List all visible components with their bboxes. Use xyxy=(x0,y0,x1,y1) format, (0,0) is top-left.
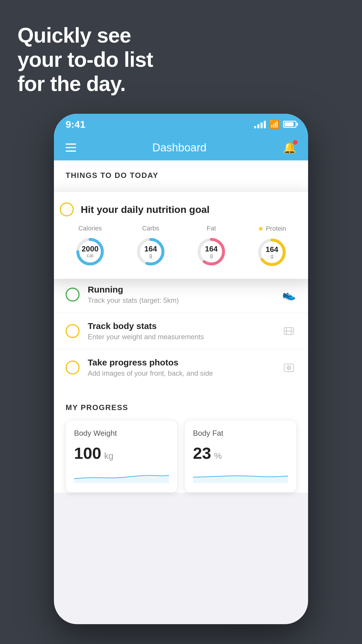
protein-value: 164 xyxy=(266,246,278,253)
protein-donut: 164 g xyxy=(256,236,288,268)
status-time: 9:41 xyxy=(66,119,85,130)
star-icon: ★ xyxy=(258,225,264,233)
progress-section: MY PROGRESS Body Weight 100 kg B xyxy=(54,403,308,493)
body-stats-content: Track body stats Enter your weight and m… xyxy=(88,321,273,341)
fat-value: 164 xyxy=(205,245,217,253)
body-stats-icon xyxy=(281,323,296,339)
svg-rect-12 xyxy=(284,364,294,372)
signal-icon xyxy=(254,120,266,128)
photos-title: Take progress photos xyxy=(88,358,273,368)
calories-label: Calories xyxy=(78,225,102,232)
macro-protein: ★Protein 164 g xyxy=(256,225,288,268)
macro-carbs: Carbs 164 g xyxy=(135,225,167,268)
body-fat-value-row: 23 % xyxy=(193,444,288,463)
running-circle xyxy=(66,288,80,302)
carbs-unit: g xyxy=(144,253,157,259)
carbs-donut: 164 g xyxy=(135,236,167,268)
body-fat-title: Body Fat xyxy=(193,429,288,438)
hero-line3: for the day. xyxy=(17,72,153,96)
body-fat-card[interactable]: Body Fat 23 % xyxy=(184,420,296,493)
menu-icon[interactable] xyxy=(66,144,76,152)
phone: 9:41 📶 Dashboard 🔔 TH xyxy=(54,114,308,624)
body-weight-value: 100 xyxy=(74,444,101,463)
progress-section-header: MY PROGRESS xyxy=(66,403,296,412)
status-bar: 9:41 📶 xyxy=(54,114,308,135)
body-stats-circle xyxy=(66,324,80,338)
things-section-header: THINGS TO DO TODAY xyxy=(54,160,308,186)
app-header: Dashboard 🔔 xyxy=(54,135,308,160)
nutrition-circle-radio xyxy=(60,202,74,216)
svg-point-13 xyxy=(287,366,291,370)
calories-value: 2000 xyxy=(82,245,99,253)
body-stats-title: Track body stats xyxy=(88,321,273,331)
body-stats-subtitle: Enter your weight and measurements xyxy=(88,333,273,341)
todo-list: Running Track your stats (target: 5km) 👟… xyxy=(54,276,308,386)
hero-line2: your to-do list xyxy=(17,48,153,72)
photos-subtitle: Add images of your front, back, and side xyxy=(88,369,273,377)
wifi-icon: 📶 xyxy=(269,120,280,129)
running-content: Running Track your stats (target: 5km) xyxy=(88,285,273,304)
body-weight-title: Body Weight xyxy=(74,429,169,438)
todo-running[interactable]: Running Track your stats (target: 5km) 👟 xyxy=(54,276,308,313)
header-title: Dashboard xyxy=(152,141,207,154)
calories-donut: 2000 cal xyxy=(74,236,106,268)
hero-line1: Quickly see xyxy=(17,23,153,48)
body-fat-unit: % xyxy=(214,451,222,461)
body-weight-unit: kg xyxy=(104,451,113,461)
hero-text: Quickly see your to-do list for the day. xyxy=(17,23,153,96)
photos-content: Take progress photos Add images of your … xyxy=(88,358,273,377)
fat-unit: g xyxy=(205,253,217,259)
photos-circle xyxy=(66,360,80,374)
fat-donut: 164 g xyxy=(195,236,227,268)
battery-icon xyxy=(283,121,296,128)
body-fat-chart xyxy=(193,468,288,483)
photos-icon xyxy=(281,360,296,375)
body-weight-chart xyxy=(74,468,169,483)
fat-label: Fat xyxy=(207,225,216,232)
body-weight-card[interactable]: Body Weight 100 kg xyxy=(66,420,178,493)
carbs-label: Carbs xyxy=(142,225,159,232)
todo-progress-photos[interactable]: Take progress photos Add images of your … xyxy=(54,349,308,386)
running-icon: 👟 xyxy=(281,287,296,302)
calories-unit: cal xyxy=(82,253,99,259)
protein-label: ★Protein xyxy=(258,225,286,233)
body-weight-value-row: 100 kg xyxy=(74,444,169,463)
macro-fat: Fat 164 g xyxy=(195,225,227,268)
notification-bell[interactable]: 🔔 xyxy=(283,141,296,154)
svg-point-14 xyxy=(288,367,290,369)
notification-dot xyxy=(293,140,298,145)
nutrition-title: Hit your daily nutrition goal xyxy=(81,204,210,215)
running-title: Running xyxy=(88,285,273,295)
progress-cards: Body Weight 100 kg Body Fat 23 % xyxy=(66,420,296,493)
todo-body-stats[interactable]: Track body stats Enter your weight and m… xyxy=(54,313,308,349)
macros-row: Calories 2000 cal Carbs xyxy=(60,225,302,268)
protein-unit: g xyxy=(266,253,278,259)
running-subtitle: Track your stats (target: 5km) xyxy=(88,296,273,304)
body-fat-value: 23 xyxy=(193,444,211,463)
macro-calories: Calories 2000 cal xyxy=(74,225,106,268)
nutrition-card[interactable]: Hit your daily nutrition goal Calories 2… xyxy=(54,192,308,279)
carbs-value: 164 xyxy=(144,245,157,253)
status-icons: 📶 xyxy=(254,120,296,129)
content: THINGS TO DO TODAY Hit your daily nutrit… xyxy=(54,160,308,493)
